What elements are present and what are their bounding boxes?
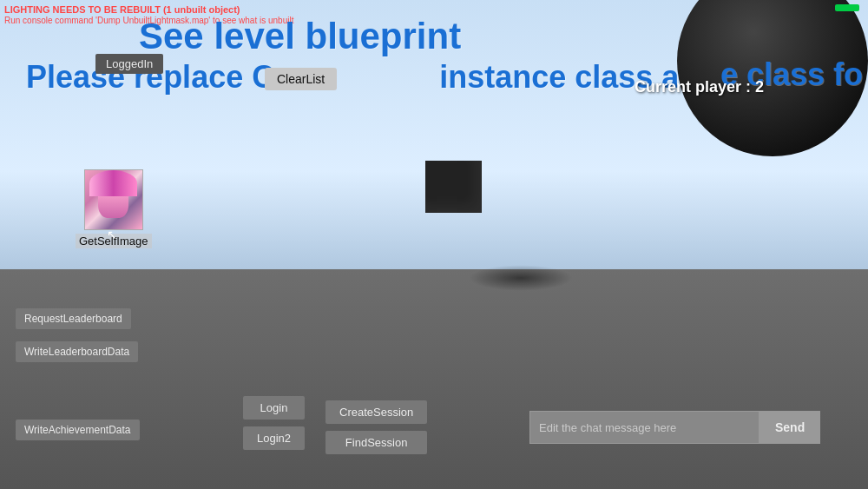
session-area: CreateSession FindSession (326, 400, 427, 454)
chat-input[interactable] (529, 411, 760, 444)
current-player-label: Current player : 2 (635, 78, 764, 96)
login-area: Login Login2 (243, 396, 305, 450)
title-line1: See level blueprint (139, 16, 461, 57)
clearlist-button[interactable]: ClearList (265, 68, 337, 90)
login2-button[interactable]: Login2 (243, 426, 305, 450)
game-viewport: LIGHTING NEEDS TO BE REBUILT (1 unbuilt … (0, 0, 868, 489)
avatar-image (84, 169, 143, 230)
loggedin-button[interactable]: LoggedIn (95, 54, 163, 74)
write-achievement-button[interactable]: WriteAchievementData (16, 420, 140, 440)
create-session-button[interactable]: CreateSession (326, 400, 427, 424)
cube-shadow (469, 265, 573, 291)
login-button[interactable]: Login (243, 396, 305, 420)
write-leaderboard-button[interactable]: WriteLeaderboardData (16, 341, 138, 362)
request-leaderboard-button[interactable]: RequestLeaderboard (16, 308, 131, 329)
chat-area: Send (529, 411, 820, 444)
cursor: ↖ (107, 228, 115, 236)
title-middle: instance class a (283, 59, 679, 95)
find-session-button[interactable]: FindSession (326, 431, 427, 454)
ground-plane (0, 269, 868, 489)
green-indicator (835, 4, 859, 11)
lighting-warning: LIGHTING NEEDS TO BE REBUILT (1 unbuilt … (4, 4, 240, 15)
send-button[interactable]: Send (760, 411, 820, 444)
floating-cube (425, 161, 482, 213)
